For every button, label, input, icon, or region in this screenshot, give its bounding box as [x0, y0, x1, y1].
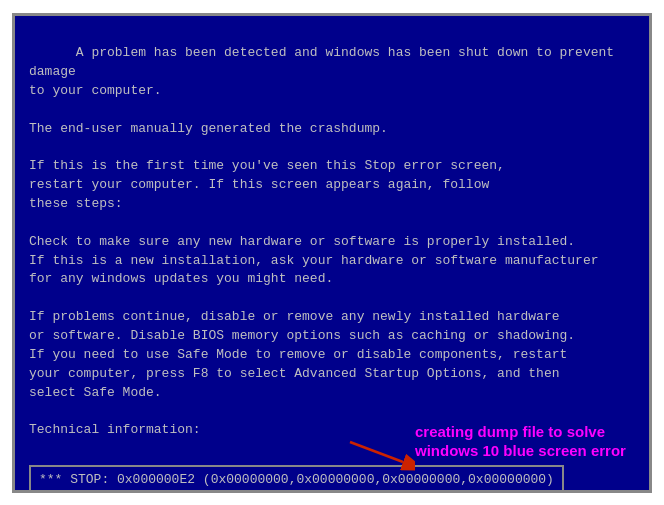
line2: to your computer. [29, 83, 162, 98]
bsod-main-text: A problem has been detected and windows … [29, 26, 635, 459]
line8: these steps: [29, 196, 123, 211]
line14: If problems continue, disable or remove … [29, 309, 560, 324]
bsod-window: A problem has been detected and windows … [12, 13, 652, 493]
arrow-container [345, 432, 415, 472]
line4: The end-user manually generated the cras… [29, 121, 388, 136]
stop-code: *** STOP: 0x000000E2 (0x00000000,0x00000… [39, 472, 554, 487]
line17: your computer, press F8 to select Advanc… [29, 366, 560, 381]
technical-info-label: Technical information: [29, 422, 201, 437]
line18: select Safe Mode. [29, 385, 162, 400]
bsod-screen: A problem has been detected and windows … [15, 16, 649, 490]
line12: for any windows updates you might need. [29, 271, 333, 286]
annotation-arrow [345, 432, 415, 472]
annotation-area: creating dump file to solve windows 10 b… [345, 422, 635, 472]
line7: restart your computer. If this screen ap… [29, 177, 489, 192]
line10: Check to make sure any new hardware or s… [29, 234, 575, 249]
line11: If this is a new installation, ask your … [29, 253, 599, 268]
annotation-text: creating dump file to solve windows 10 b… [415, 422, 635, 461]
line1: A problem has been detected and windows … [29, 45, 622, 79]
line6: If this is the first time you've seen th… [29, 158, 505, 173]
line15: or software. Disable BIOS memory options… [29, 328, 575, 343]
svg-line-1 [350, 442, 403, 462]
line16: If you need to use Safe Mode to remove o… [29, 347, 567, 362]
